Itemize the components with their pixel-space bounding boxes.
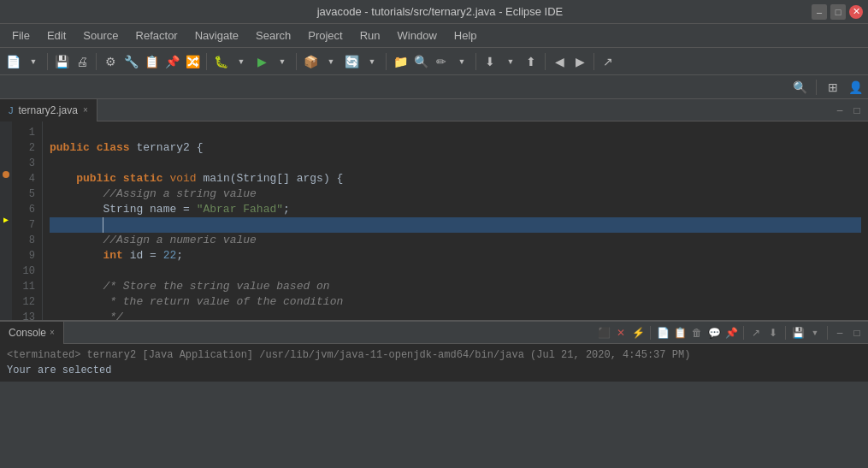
line-num-9: 9 (15, 248, 35, 264)
minimize-button[interactable]: – (812, 4, 827, 20)
menu-search[interactable]: Search (247, 26, 299, 45)
perspective-btn[interactable]: ⊞ (824, 78, 842, 97)
console-copy-btn[interactable]: 📄 (655, 325, 670, 341)
menu-edit[interactable]: Edit (38, 26, 74, 45)
toolbar-btn-10d[interactable]: ▼ (452, 52, 471, 71)
gutter-line-6 (0, 198, 12, 213)
new-dropdown[interactable]: ▼ (24, 52, 43, 71)
code-line-5: //Assign a string value (50, 187, 861, 202)
gutter-line-10 (0, 259, 12, 275)
code-line-9: int id = 22; (50, 248, 861, 264)
window-controls: – □ ✕ (812, 4, 868, 20)
console-scroll-btn[interactable]: 💬 (706, 325, 722, 341)
line-num-6: 6 (15, 202, 35, 217)
line-num-4: 4 (15, 171, 35, 187)
menu-file[interactable]: File (3, 26, 38, 45)
tab-close-button[interactable]: × (83, 105, 88, 115)
toolbar-btn-7d[interactable]: ▼ (363, 52, 381, 71)
code-line-8: //Asign a numeric value (50, 233, 861, 248)
toolbar-btn-5[interactable]: 🔀 (183, 52, 202, 71)
gutter-line-7: ▶ (0, 213, 12, 228)
toolbar-btn-1[interactable]: ⚙ (101, 52, 120, 71)
console-tab[interactable]: Console × (0, 322, 64, 344)
breakpoint-dot (3, 171, 9, 178)
toolbar-btn-4[interactable]: 📌 (162, 52, 181, 71)
save-button[interactable]: 💾 (52, 52, 71, 71)
toolbar-btn-10[interactable]: ✏ (432, 52, 451, 71)
code-line-7 (50, 217, 861, 233)
gutter-line-4 (0, 167, 12, 182)
console-output-text: Your are selected (7, 363, 861, 378)
new-button[interactable]: 📄 (3, 52, 22, 71)
toolbar-btn-12[interactable]: ⬆ (522, 52, 540, 71)
line-num-7: 7 (15, 217, 35, 233)
console-clear-btn[interactable]: 🗑 (689, 325, 705, 341)
toolbar-btn-7[interactable]: 🔄 (342, 52, 361, 71)
run-dropdown[interactable]: ▼ (273, 52, 292, 71)
editor-minimize-button[interactable]: – (832, 103, 847, 118)
console-tab-bar: Console × ⬛ ✕ ⚡ 📄 📋 🗑 💬 📌 ↗ ⬇ 💾 ▼ – □ (0, 322, 868, 344)
menu-project[interactable]: Project (299, 26, 351, 45)
console-disconnect-btn[interactable]: ⚡ (630, 325, 646, 341)
gutter-line-5 (0, 182, 12, 198)
toolbar-btn-11[interactable]: ⬇ (481, 52, 499, 71)
menu-run[interactable]: Run (351, 26, 389, 45)
external-button[interactable]: ↗ (599, 52, 617, 71)
close-button[interactable]: ✕ (849, 5, 863, 19)
console-max-btn[interactable]: □ (849, 325, 865, 341)
gutter-line-2 (0, 137, 12, 152)
print-button[interactable]: 🖨 (73, 52, 92, 71)
code-line-13: */ (50, 310, 861, 320)
back-button[interactable]: ◀ (550, 52, 569, 71)
console-output-area: <terminated> ternary2 [Java Application]… (0, 344, 868, 382)
console-terminated-text: <terminated> ternary2 [Java Application]… (7, 347, 861, 363)
console-tab-close[interactable]: × (50, 328, 55, 337)
toolbar-btn-6[interactable]: 📦 (301, 52, 320, 71)
line-num-11: 11 (15, 279, 35, 294)
run-button[interactable]: ▶ (252, 52, 271, 71)
line-num-8: 8 (15, 233, 35, 248)
toolbar-btn-3[interactable]: 📋 (142, 52, 161, 71)
menu-navigate[interactable]: Navigate (186, 26, 247, 45)
maximize-button[interactable]: □ (830, 4, 846, 20)
debug-button[interactable]: 🐛 (211, 52, 230, 71)
console-dropdown-btn[interactable]: ⬇ (765, 325, 781, 341)
window-title: javacode - tutorials/src/ternary2.java -… (68, 5, 812, 18)
console-terminate-btn[interactable]: ✕ (613, 325, 629, 341)
toolbar-btn-2[interactable]: 🔧 (121, 52, 140, 71)
menu-source[interactable]: Source (74, 26, 127, 45)
editor-maximize-button[interactable]: □ (849, 103, 865, 118)
console-paste-btn[interactable]: 📋 (672, 325, 688, 341)
code-editor[interactable]: ▶ 1 2 3 4 5 6 7 8 9 10 11 12 13 public (0, 121, 868, 320)
toolbar-btn-8[interactable]: 📁 (391, 52, 410, 71)
code-line-3 (50, 156, 861, 171)
forward-button[interactable]: ▶ (570, 52, 589, 71)
menu-help[interactable]: Help (446, 26, 486, 45)
breakpoint-gutter: ▶ (0, 121, 12, 320)
console-save-btn[interactable]: 💾 (790, 325, 806, 341)
editor-tab-ternary2[interactable]: J ternary2.java × (0, 99, 97, 121)
gutter-line-8 (0, 228, 12, 244)
console-save-dd[interactable]: ▼ (807, 325, 823, 341)
toolbar-btn-9[interactable]: 🔍 (411, 52, 430, 71)
console-pin-btn[interactable]: 📌 (723, 325, 739, 341)
java-file-icon: J (9, 105, 14, 116)
tab-controls: – □ (832, 103, 868, 118)
view-btn[interactable]: 👤 (846, 78, 865, 97)
search-button[interactable]: 🔍 (790, 78, 809, 97)
menu-refactor[interactable]: Refactor (127, 26, 186, 45)
menu-window[interactable]: Window (389, 26, 446, 45)
gutter-line-11 (0, 274, 12, 289)
line-num-2: 2 (15, 140, 35, 156)
toolbar-btn-6d[interactable]: ▼ (322, 52, 340, 71)
console-open-btn[interactable]: ↗ (748, 325, 764, 341)
console-min-btn[interactable]: – (832, 325, 847, 341)
line-num-12: 12 (15, 294, 35, 310)
toolbar-btn-11d[interactable]: ▼ (501, 52, 520, 71)
console-stop-btn[interactable]: ⬛ (596, 325, 611, 341)
code-line-4: public static void main(String[] args) { (50, 171, 861, 187)
gutter-line-1 (0, 121, 12, 137)
editor-tab-bar: J ternary2.java × – □ (0, 99, 868, 121)
debug-dropdown[interactable]: ▼ (232, 52, 251, 71)
code-content-area[interactable]: public class ternary2 { public static vo… (43, 121, 868, 320)
